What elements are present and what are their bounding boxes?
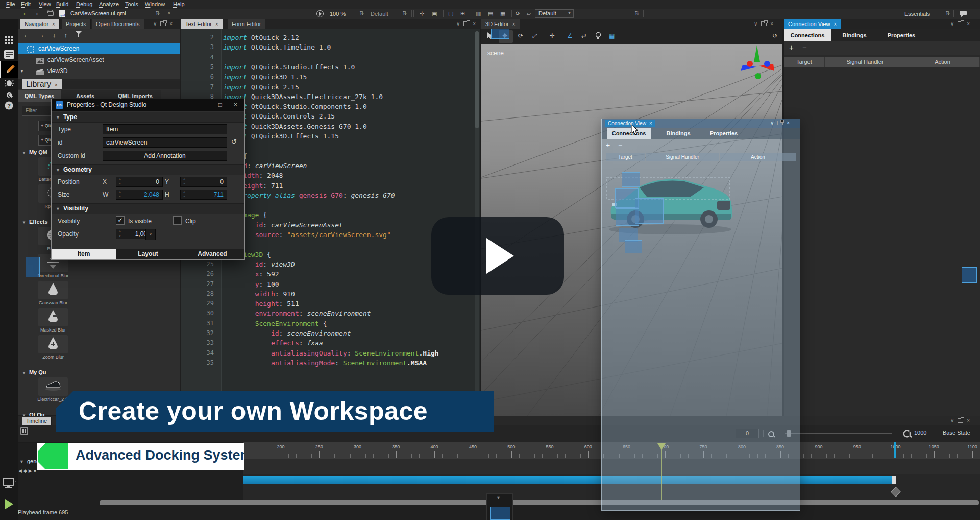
is-visible-checkbox[interactable]: ✓ bbox=[116, 216, 125, 225]
w-field[interactable]: ˄˅2.048 bbox=[116, 190, 163, 200]
connection-dock-controls[interactable]: ∨× bbox=[950, 21, 970, 27]
run-button[interactable] bbox=[0, 499, 18, 510]
move-right-icon[interactable]: → bbox=[38, 31, 44, 39]
close-icon[interactable]: × bbox=[55, 82, 58, 88]
workspace-selector[interactable]: Essentials bbox=[904, 11, 930, 17]
tab-3d-editor[interactable]: 3D Editor× bbox=[481, 19, 520, 29]
timeline-dock-controls[interactable]: ∨× bbox=[950, 418, 970, 423]
debug-mode-icon[interactable] bbox=[0, 79, 18, 87]
move-up-icon[interactable]: ↑ bbox=[64, 31, 68, 39]
timeline-zoom-slider[interactable] bbox=[785, 433, 892, 434]
code-line-29[interactable]: height: 511 bbox=[223, 300, 299, 308]
tab-connections[interactable]: Connections bbox=[607, 128, 651, 139]
scale-tool-icon[interactable]: ⤢ bbox=[532, 32, 537, 39]
axis-gizmo-icon[interactable] bbox=[737, 44, 779, 87]
library-item-electriccar_27k[interactable] bbox=[38, 377, 68, 396]
section-type[interactable]: ▼Type bbox=[52, 112, 244, 123]
filter-icon[interactable] bbox=[76, 31, 82, 39]
tab-timeline[interactable]: Timeline bbox=[22, 417, 52, 425]
video-play-button[interactable] bbox=[431, 217, 564, 295]
zoom-level-label[interactable]: 100 % bbox=[330, 11, 346, 17]
add-connection-button[interactable]: + bbox=[789, 43, 794, 52]
tab-library[interactable]: Library× bbox=[22, 79, 62, 89]
keyframe-nav-controls[interactable]: ◀◆▶● bbox=[18, 468, 38, 474]
section-geometry[interactable]: ▼Geometry bbox=[52, 164, 244, 175]
annotation-tool-icon[interactable]: ⊹ bbox=[420, 10, 424, 17]
live-preview-icon[interactable] bbox=[0, 478, 18, 489]
library-item-masked-blur[interactable] bbox=[38, 308, 68, 326]
caret-down-icon[interactable]: ▼ bbox=[20, 66, 24, 77]
tab-connections[interactable]: Connections bbox=[784, 29, 831, 41]
close-document-icon[interactable]: × bbox=[167, 10, 170, 16]
tab-connection-view[interactable]: Connection View× bbox=[784, 19, 841, 29]
close-icon[interactable]: × bbox=[215, 21, 218, 27]
show-bounds-icon[interactable]: ▢ bbox=[448, 10, 453, 17]
tab-bindings[interactable]: Bindings bbox=[831, 29, 878, 41]
fit-selected-icon[interactable]: ✛ bbox=[550, 32, 555, 39]
timeline-settings-icon[interactable] bbox=[20, 427, 28, 437]
reset-view-icon[interactable]: ↺ bbox=[772, 32, 777, 39]
code-line-33[interactable]: effects: fxaa bbox=[223, 339, 323, 347]
menu-tools[interactable]: Tools bbox=[125, 1, 138, 7]
reset-id-icon[interactable]: ↺ bbox=[231, 138, 237, 146]
end-marker[interactable] bbox=[894, 442, 896, 458]
layout-column-icon[interactable]: ▤ bbox=[488, 10, 493, 17]
menu-debug[interactable]: Debug bbox=[76, 1, 92, 7]
menu-analyze[interactable]: Analyze bbox=[99, 1, 119, 7]
y-field[interactable]: ˄˅0 bbox=[180, 177, 227, 187]
tab-form-editor[interactable]: Form Editor bbox=[228, 19, 265, 29]
zoom-spinner[interactable]: ⇅ bbox=[359, 10, 364, 16]
floating-dock-controls[interactable]: ∨× bbox=[770, 120, 790, 126]
remove-connection-button[interactable]: − bbox=[618, 141, 622, 149]
dialog-titlebar[interactable]: DS Properties - Qt Design Studio – □ × bbox=[52, 99, 244, 111]
tab-properties[interactable]: Properties bbox=[702, 128, 746, 139]
floating-panel-title-tab[interactable]: Connection View× bbox=[605, 120, 655, 127]
code-line-34[interactable]: antialiasingQuality: SceneEnvironment.Hi… bbox=[223, 349, 439, 357]
close-icon[interactable]: × bbox=[52, 21, 55, 27]
document-switcher-spinner[interactable]: ⇅ bbox=[155, 10, 160, 16]
kit-spinner[interactable]: ⇅ bbox=[634, 10, 639, 16]
orientation-icon[interactable]: ∠ bbox=[567, 32, 573, 39]
tab-advanced[interactable]: Advanced bbox=[180, 249, 244, 259]
edit-mode-icon[interactable] bbox=[0, 50, 18, 59]
code-line-3[interactable]: import QtQuick.Timeline 1.0 bbox=[223, 43, 331, 51]
chevron-down-icon[interactable]: ▼ bbox=[496, 495, 501, 500]
id-field[interactable]: carViewScreen bbox=[103, 137, 227, 148]
tree-item-carViewScreen[interactable]: carViewScreen bbox=[18, 43, 180, 54]
frame-selection-icon[interactable]: ▣ bbox=[432, 10, 437, 17]
code-line-30[interactable]: environment: sceneEnvironment bbox=[223, 310, 371, 317]
code-line-5[interactable]: import QtQuick.Studio.Effects 1.0 bbox=[223, 63, 355, 71]
section-end-handle[interactable] bbox=[892, 476, 896, 484]
state-selector[interactable]: Base State bbox=[943, 430, 970, 436]
help-icon[interactable]: ? bbox=[0, 101, 18, 110]
feedback-chat-icon[interactable] bbox=[960, 11, 967, 15]
menu-edit[interactable]: Edit bbox=[21, 1, 31, 7]
opacity-dropdown[interactable]: ∨ bbox=[145, 229, 156, 240]
add-window-icon[interactable]: ⊞ bbox=[460, 10, 465, 17]
forward-button[interactable]: › bbox=[36, 10, 38, 17]
menu-window[interactable]: Window bbox=[145, 1, 165, 7]
global-axes-icon[interactable]: ⇄ bbox=[581, 32, 586, 39]
code-line-32[interactable]: id: sceneEnvironment bbox=[223, 329, 351, 337]
style-selector[interactable]: Default bbox=[371, 11, 388, 17]
library-section-my-qu[interactable]: ▼My Qu bbox=[22, 369, 68, 375]
add-annotation-button[interactable]: Add Annotation bbox=[103, 151, 227, 161]
menu-view[interactable]: View bbox=[39, 1, 51, 7]
layout-row-icon[interactable]: ▥ bbox=[476, 10, 481, 17]
h-field[interactable]: ˄˅711 bbox=[180, 190, 227, 200]
code-line-8[interactable]: import Quick3DAssets.Electriccar_27k 1.0 bbox=[223, 93, 383, 101]
tab-layout[interactable]: Layout bbox=[116, 249, 180, 259]
kit-selector[interactable]: Default ▼ bbox=[535, 9, 574, 18]
layout-grid-icon[interactable]: ▦ bbox=[500, 10, 505, 17]
code-line-28[interactable]: width: 910 bbox=[223, 290, 295, 298]
library-item-gaussian-blur[interactable] bbox=[38, 281, 68, 299]
code-line-2[interactable]: import QtQuick 2.12 bbox=[223, 34, 299, 41]
type-field[interactable]: Item bbox=[103, 124, 227, 134]
clip-checkbox[interactable] bbox=[173, 216, 182, 225]
tab-navigator[interactable]: Navigator× bbox=[20, 19, 60, 29]
move-left-icon[interactable]: ← bbox=[23, 31, 30, 39]
tab-item[interactable]: Item bbox=[52, 249, 116, 259]
zoom-in-icon[interactable] bbox=[903, 430, 911, 438]
tools-mode-icon[interactable] bbox=[0, 90, 18, 99]
code-line-7[interactable]: import QtQuick 2.15 bbox=[223, 83, 299, 91]
